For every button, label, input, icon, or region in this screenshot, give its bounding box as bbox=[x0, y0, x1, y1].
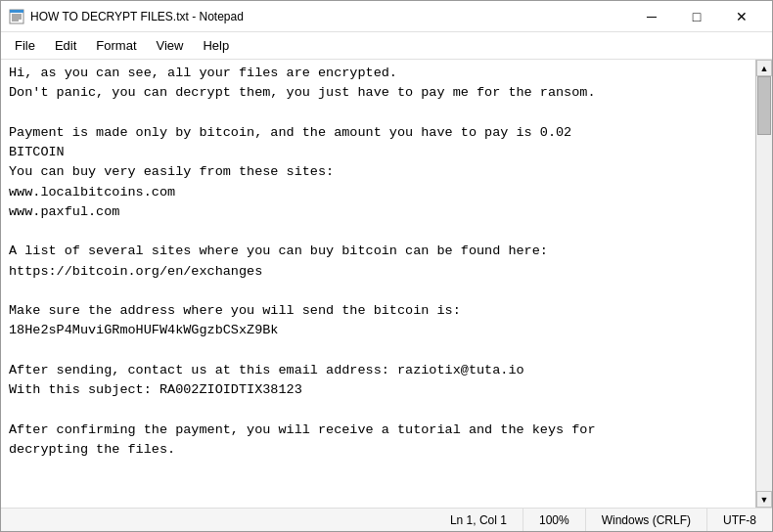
menu-format[interactable]: Format bbox=[86, 34, 146, 57]
status-bar: Ln 1, Col 1 100% Windows (CRLF) UTF-8 bbox=[1, 508, 772, 531]
cursor-position: Ln 1, Col 1 bbox=[434, 509, 523, 531]
menu-edit[interactable]: Edit bbox=[45, 34, 86, 57]
menu-bar: File Edit Format View Help bbox=[1, 32, 772, 60]
minimize-button[interactable]: ─ bbox=[629, 1, 674, 32]
zoom-level: 100% bbox=[523, 509, 586, 531]
scroll-thumb[interactable] bbox=[757, 76, 771, 135]
window-controls: ─ □ ✕ bbox=[629, 1, 764, 32]
scroll-down-button[interactable]: ▼ bbox=[756, 491, 772, 508]
app-icon bbox=[9, 9, 24, 24]
scroll-track[interactable] bbox=[756, 76, 772, 491]
close-button[interactable]: ✕ bbox=[719, 1, 764, 32]
menu-view[interactable]: View bbox=[147, 34, 194, 57]
editor-container: Hi, as you can see, all your files are e… bbox=[1, 60, 772, 508]
notepad-window: HOW TO DECRYPT FILES.txt - Notepad ─ □ ✕… bbox=[0, 0, 773, 532]
line-ending: Windows (CRLF) bbox=[586, 509, 707, 531]
maximize-button[interactable]: □ bbox=[674, 1, 719, 32]
svg-rect-1 bbox=[10, 10, 23, 13]
scroll-up-button[interactable]: ▲ bbox=[756, 60, 772, 76]
encoding: UTF-8 bbox=[707, 509, 772, 531]
menu-file[interactable]: File bbox=[5, 34, 45, 57]
text-editor[interactable]: Hi, as you can see, all your files are e… bbox=[1, 60, 755, 508]
vertical-scrollbar: ▲ ▼ bbox=[755, 60, 772, 508]
title-bar: HOW TO DECRYPT FILES.txt - Notepad ─ □ ✕ bbox=[1, 1, 772, 32]
window-title: HOW TO DECRYPT FILES.txt - Notepad bbox=[30, 10, 629, 23]
menu-help[interactable]: Help bbox=[193, 34, 239, 57]
